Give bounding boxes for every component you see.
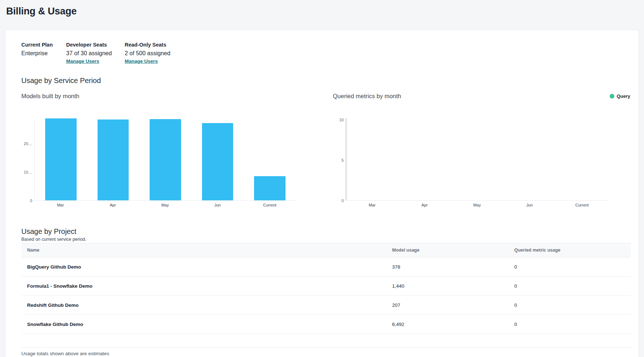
readonly-seats-label: Read-Only Seats: [125, 42, 170, 48]
readonly-seats-column: Read-Only Seats 2 of 500 assigned Manage…: [125, 42, 170, 64]
y-tick-label: 5: [342, 158, 344, 163]
queried-metrics-plot-area: [346, 118, 608, 201]
bar-current: [254, 176, 285, 200]
current-plan-column: Current Plan Enterprise: [21, 42, 66, 64]
queried-metric-usage-cell: 0: [508, 264, 631, 270]
usage-by-service-period-heading: Usage by Service Period: [21, 77, 630, 85]
model-usage-cell: 6,492: [386, 322, 508, 327]
x-axis: MarAprMayJunCurrent: [346, 201, 608, 207]
bar-slot: [139, 118, 192, 200]
column-header-queried-metric-usage: Queried metric usage: [508, 248, 631, 253]
current-plan-value: Enterprise: [21, 50, 66, 57]
models-built-plot-area: [34, 118, 296, 201]
x-axis-label: Apr: [87, 203, 139, 207]
manage-users-link-readonly[interactable]: Manage Users: [125, 58, 158, 64]
x-axis-label: Jun: [191, 203, 244, 207]
table-header-row: Name Model usage Queried metric usage: [21, 243, 631, 257]
billing-card: Current Plan Enterprise Developer Seats …: [5, 30, 639, 357]
table-row: Redshift Github Demo 207 0: [21, 296, 631, 315]
models-built-chart: Models built by month 010…20… MarAprMayJ…: [21, 93, 296, 207]
bar-slot: [35, 118, 87, 200]
bar-may: [150, 119, 181, 200]
project-name-cell: Formula1 - Snowflake Demo: [21, 283, 386, 289]
bar-slot: [503, 118, 556, 200]
page-title: Billing & Usage: [6, 6, 77, 17]
y-tick-label: 20…: [24, 141, 32, 146]
usage-estimates-note: Usage totals shown above are estimates: [21, 348, 630, 356]
x-axis: MarAprMayJunCurrent: [34, 201, 296, 207]
project-name-cell: Snowflake Github Demo: [21, 322, 386, 327]
x-axis-label: May: [451, 203, 503, 207]
bar-jun: [202, 123, 233, 200]
queried-metrics-chart: Queried metrics by month 0510 MarAprMayJ…: [333, 93, 608, 207]
legend-label: Query: [617, 93, 630, 99]
table-row: Snowflake Github Demo 6,492 0: [21, 315, 631, 334]
usage-by-project-subtitle: Based on current service period.: [21, 237, 630, 242]
table-row: Formula1 - Snowflake Demo 1,440 0: [21, 277, 631, 296]
bar-apr: [98, 119, 129, 200]
current-plan-label: Current Plan: [21, 42, 66, 48]
model-usage-cell: 207: [386, 302, 508, 308]
usage-by-project-heading: Usage by Project: [21, 227, 630, 236]
y-axis: 010…20…: [21, 118, 34, 201]
bar-slot: [244, 118, 296, 200]
legend-item-query[interactable]: Query: [610, 93, 630, 99]
x-axis-label: Mar: [346, 203, 398, 207]
charts-row: Models built by month 010…20… MarAprMayJ…: [21, 93, 630, 207]
plan-summary: Current Plan Enterprise Developer Seats …: [21, 42, 630, 64]
y-axis: 0510: [333, 118, 346, 201]
queried-metrics-chart-title: Queried metrics by month: [333, 93, 608, 101]
developer-seats-label: Developer Seats: [66, 42, 125, 48]
table-row: BigQuery Github Demo 378 0: [21, 257, 631, 277]
bar-slot: [346, 118, 399, 200]
x-axis-label: Current: [556, 203, 608, 207]
readonly-seats-value: 2 of 500 assigned: [125, 50, 170, 57]
y-tick-label: 10…: [24, 170, 32, 175]
models-built-chart-title: Models built by month: [21, 93, 296, 101]
bar-slot: [192, 118, 244, 200]
x-axis-label: Jun: [503, 203, 556, 207]
developer-seats-value: 37 of 30 assigned: [66, 50, 125, 57]
x-axis-label: Mar: [34, 203, 87, 207]
x-axis-label: Current: [244, 203, 296, 207]
project-name-cell: BigQuery Github Demo: [21, 264, 386, 270]
bar-slot: [87, 118, 139, 200]
queried-metric-usage-cell: 0: [508, 322, 631, 327]
manage-users-link-developer[interactable]: Manage Users: [66, 58, 99, 64]
developer-seats-column: Developer Seats 37 of 30 assigned Manage…: [66, 42, 125, 64]
queried-metric-usage-cell: 0: [508, 302, 631, 308]
queried-metric-usage-cell: 0: [508, 283, 631, 289]
y-tick-label: 0: [30, 198, 32, 203]
x-axis-label: May: [139, 203, 192, 207]
usage-by-project-table: Name Model usage Queried metric usage Bi…: [21, 243, 631, 334]
bar-slot: [399, 118, 451, 200]
column-header-name: Name: [21, 248, 386, 253]
bar-slot: [556, 118, 608, 200]
model-usage-cell: 1,440: [386, 283, 508, 289]
y-tick-label: 10: [339, 117, 344, 122]
bar-mar: [45, 118, 77, 200]
column-header-model-usage: Model usage: [386, 248, 508, 253]
legend-dot-icon: [610, 94, 614, 99]
x-axis-label: Apr: [398, 203, 451, 207]
model-usage-cell: 378: [386, 264, 508, 270]
y-tick-label: 0: [342, 198, 344, 203]
project-name-cell: Redshift Github Demo: [21, 302, 386, 308]
table-body: BigQuery Github Demo 378 0 Formula1 - Sn…: [21, 257, 631, 334]
bar-slot: [451, 118, 503, 200]
